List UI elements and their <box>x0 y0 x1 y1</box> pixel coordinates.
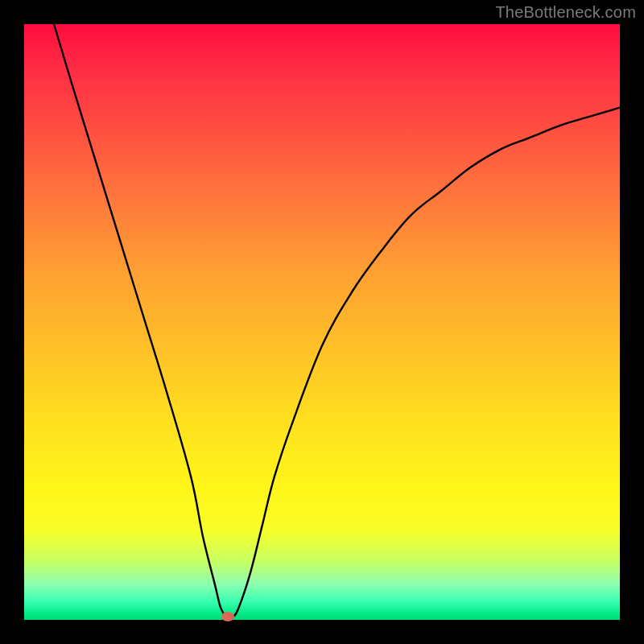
watermark-text: TheBottleneck.com <box>495 3 636 22</box>
optimal-point-dot <box>221 612 234 621</box>
plot-area <box>24 24 620 620</box>
bottleneck-curve-path <box>54 24 620 618</box>
yellow-glow-band <box>24 477 620 536</box>
curve-svg <box>24 24 620 620</box>
chart-frame: TheBottleneck.com <box>0 0 644 644</box>
